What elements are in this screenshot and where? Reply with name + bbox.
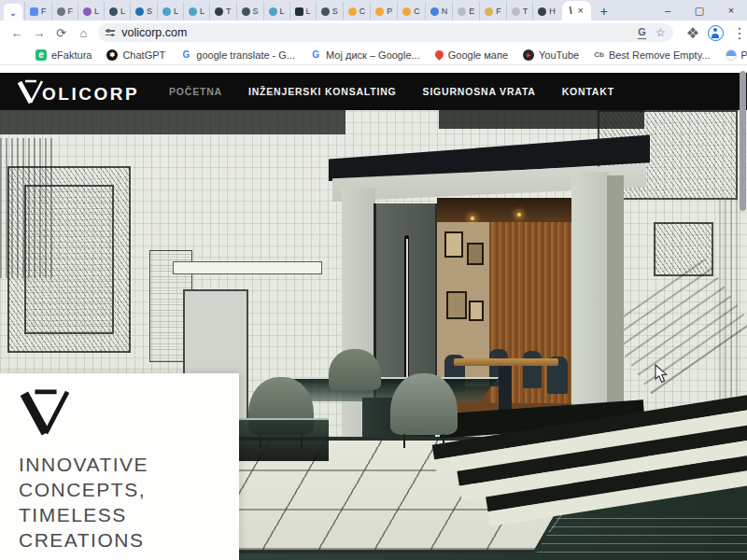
bookmark-label: Best Remove Empty... [609, 49, 711, 61]
bookmark-moj-disk[interactable]: GМој диск – Google... [310, 49, 420, 61]
address-bar[interactable]: volicorp.com G ☆ [98, 23, 672, 42]
hero-image: INNOVATIVE CONCEPTS, TIMELESS CREATIONS [0, 110, 747, 560]
browser-tab[interactable]: H [532, 2, 560, 21]
browser-tab[interactable]: L [104, 2, 130, 21]
headline-line: CREATIONS [19, 527, 239, 553]
dark-globe-favicon [215, 7, 223, 16]
armchair-right [390, 373, 458, 435]
nav-sigurnosna-vrata[interactable]: SIGURNOSNA VRATA [423, 86, 536, 97]
efaktura-favicon: e [35, 49, 47, 61]
gray-doc-favicon [512, 7, 520, 16]
browser-tab[interactable]: E [452, 2, 479, 21]
browser-tab[interactable]: F [24, 2, 51, 21]
browser-tab[interactable]: P [370, 2, 397, 21]
bookmark-best-remove-empty[interactable]: CbBest Remove Empty... [594, 49, 710, 61]
window-controls: – ▢ × [652, 0, 747, 21]
wordpress-favicon [135, 7, 144, 16]
hero-headline: INNOVATIVE CONCEPTS, TIMELESS CREATIONS [19, 452, 239, 553]
youtube-favicon: ▸ [523, 49, 534, 61]
tab-label: L [94, 7, 99, 16]
maximize-button[interactable]: ▢ [684, 0, 715, 21]
close-button[interactable]: × [715, 0, 747, 21]
browser-tab[interactable]: F [479, 2, 506, 21]
dark-editor-favicon [295, 7, 303, 16]
interior-dining-table [454, 358, 558, 366]
reload-button[interactable]: ⟳ [50, 21, 73, 44]
tab-label: P [387, 7, 392, 16]
bookmark-label: ChatGPT [122, 49, 165, 61]
warning-favicon [375, 7, 384, 16]
browser-tab[interactable]: L [183, 2, 209, 21]
tab-label: S [253, 7, 259, 16]
picture-frame [444, 231, 463, 258]
bookmark-google-maps[interactable]: Google мапе [435, 49, 508, 61]
forward-button[interactable]: → [28, 21, 50, 44]
flower-favicon [430, 7, 439, 16]
door-handle [404, 235, 409, 396]
browser-tab[interactable]: C [397, 2, 425, 21]
picture-frame [446, 291, 467, 319]
codebeautify-favicon: Cb [594, 49, 604, 61]
browser-tab[interactable]: L [78, 2, 104, 21]
nav-pocetna[interactable]: POČETNA [169, 86, 222, 97]
toolbar-right: ❖ ⋮ [686, 24, 747, 42]
volicorp-logo[interactable]: OLICORP [17, 79, 139, 105]
browser-tab[interactable]: S [236, 2, 263, 21]
tab-label: C [414, 7, 420, 16]
bookmark-chatgpt[interactable]: ✱ChatGPT [106, 49, 165, 61]
site-info-icon[interactable] [106, 30, 115, 35]
armchair-back [329, 349, 381, 390]
new-tab-button[interactable]: + [595, 2, 613, 21]
bookmark-label: YouTube [539, 49, 579, 61]
active-tab-volicorp[interactable]: \ × [562, 1, 591, 21]
tab-label: S [147, 7, 152, 16]
web-page-viewport: OLICORP POČETNA INŽENJERSKI KONSALTING S… [0, 65, 747, 560]
extensions-icon[interactable]: ❖ [686, 24, 699, 42]
home-button[interactable]: ⌂ [72, 21, 94, 44]
headline-line: CONCEPTS, [19, 477, 239, 502]
sketch-hatch [0, 138, 56, 278]
brand-text: OLICORP [42, 84, 139, 105]
bookmark-google-translate[interactable]: Ggoogle translate - G... [180, 49, 295, 61]
browser-tab[interactable]: C [343, 2, 371, 21]
browser-tab[interactable]: L [157, 2, 183, 21]
chatgpt-favicon: ✱ [106, 49, 118, 61]
interior-chair [523, 351, 542, 388]
nav-kontakt[interactable]: KONTAKT [562, 86, 614, 97]
mouse-cursor [654, 364, 668, 387]
minimize-button[interactable]: – [652, 0, 684, 21]
bookmark-youtube[interactable]: ▸YouTube [523, 49, 579, 61]
browser-tab[interactable]: S [316, 2, 343, 21]
scrollbar-thumb[interactable] [740, 71, 746, 211]
pendant-light [517, 213, 521, 217]
purple-app-favicon [83, 7, 92, 16]
browser-tab[interactable]: L [289, 2, 316, 21]
browser-tab[interactable]: L [263, 2, 289, 21]
person-favicon [321, 7, 330, 16]
photo-favicon [485, 7, 493, 16]
tab-close-icon[interactable]: × [577, 6, 583, 16]
translate-icon[interactable]: G [638, 26, 646, 38]
bookmark-star-icon[interactable]: ☆ [655, 26, 666, 39]
back-button[interactable]: ← [6, 21, 28, 44]
profile-avatar[interactable] [708, 25, 724, 41]
bookmark-label: eFaktura [51, 49, 92, 61]
browser-tab[interactable]: F [51, 2, 78, 21]
tab-label: T [226, 7, 232, 16]
browser-tab[interactable]: N [425, 2, 453, 21]
warning-favicon [348, 7, 357, 16]
google-g-favicon: G [310, 49, 321, 61]
nav-inzenjerski-konsalting[interactable]: INŽENJERSKI KONSALTING [248, 86, 397, 97]
browser-tab[interactable]: S [130, 2, 157, 21]
picture-frame [467, 243, 484, 265]
browser-tab[interactable]: T [506, 2, 533, 21]
headline-line: INNOVATIVE [19, 452, 239, 477]
browser-menu-icon[interactable]: ⋮ [732, 24, 747, 42]
gray-doc-favicon [458, 7, 466, 16]
bookmark-pagespeed[interactable]: PageSpeed Insights [726, 49, 747, 61]
url-text[interactable]: volicorp.com [121, 26, 631, 39]
tab-search-chevron-icon[interactable]: ⌄ [4, 4, 22, 21]
bookmark-efaktura[interactable]: eeFaktura [35, 49, 92, 61]
tab-label: L [120, 7, 125, 16]
browser-tab[interactable]: T [209, 2, 236, 21]
